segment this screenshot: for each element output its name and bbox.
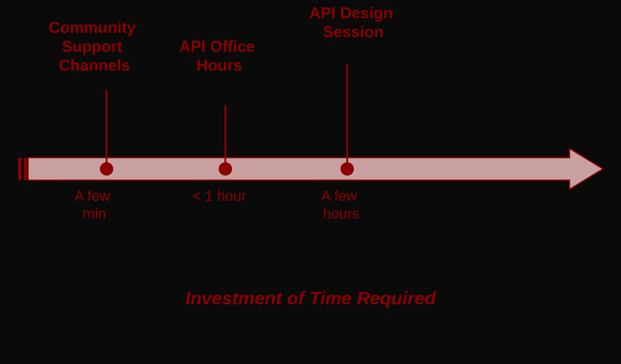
axis-label: Investment of Time Required	[185, 288, 436, 308]
timeline-svg: Community Support Channels A few min API…	[0, 0, 621, 364]
label-community-above: Community Support Channels	[49, 19, 140, 74]
label-office-hours-above: API Office Hours	[179, 37, 259, 74]
label-office-hours-below: < 1 hour	[192, 188, 246, 204]
dot-design-session	[340, 162, 354, 176]
dot-office-hours	[219, 162, 232, 176]
start-bar-2	[24, 158, 27, 180]
label-design-session-below: A few hours	[321, 188, 361, 222]
dot-community	[100, 162, 113, 176]
label-community-below: A few min	[75, 188, 115, 222]
arrow-body	[28, 149, 603, 189]
label-design-session-above: API Design Session	[309, 4, 397, 40]
diagram-container: Community Support Channels A few min API…	[0, 0, 621, 364]
start-bar-1	[18, 158, 21, 180]
